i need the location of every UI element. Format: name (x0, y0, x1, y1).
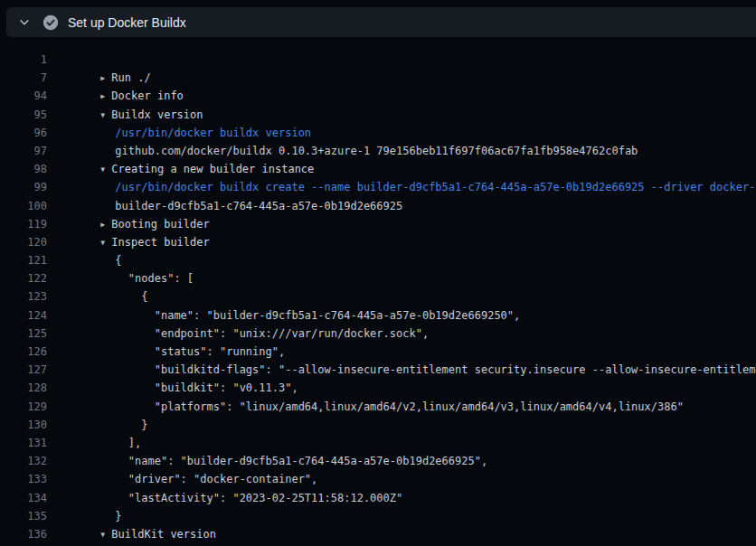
line-content: "nodes": [ (61, 251, 194, 269)
line-number[interactable]: 99 (0, 178, 47, 196)
line-number[interactable]: 134 (0, 489, 47, 507)
log-line: 136 builder-d9cfb5a1-c764-445a-a57e-0b19… (0, 525, 756, 543)
line-text: "lastActivity": "2023-02-25T11:58:12.000… (115, 492, 402, 504)
line-content: "buildkitd-flags": "--allow-insecure-ent… (61, 343, 756, 361)
line-number[interactable]: 119 (0, 215, 47, 233)
line-content: { (61, 233, 122, 251)
line-content: "driver": "docker-container", (61, 452, 317, 470)
log-line: 122 { (0, 269, 756, 287)
line-number[interactable]: 136 (0, 525, 47, 543)
line-content: "endpoint": "unix:///var/run/docker.sock… (61, 306, 429, 325)
line-content[interactable]: ▼BuildKit version (61, 507, 216, 525)
line-text: "platforms": "linux/amd64,linux/amd64/v2… (115, 400, 684, 413)
log-line: 95 /usr/bin/docker buildx version (0, 106, 756, 124)
line-number[interactable]: 126 (0, 343, 47, 361)
line-number[interactable]: 131 (0, 434, 47, 452)
line-number[interactable]: 1 (0, 51, 47, 69)
log-output: 1 ▶Run ./ 7 ▶Docker info 94 ▼Buildx vers… (0, 51, 756, 543)
line-number[interactable]: 127 (0, 361, 47, 379)
line-content: builder-d9cfb5a1-c764-445a-a57e-0b19d2e6… (61, 178, 402, 196)
line-content: "name": "builder-d9cfb5a1-c764-445a-a57e… (61, 287, 520, 306)
line-content: } (61, 398, 147, 416)
log-line: 135 ▼BuildKit version (0, 507, 756, 525)
line-content: builder-d9cfb5a1-c764-445a-a57e-0b19d2e6… (61, 525, 468, 543)
log-line: 94 ▼Buildx version (0, 87, 756, 105)
line-content: } (61, 489, 122, 507)
log-line: 126 "buildkitd-flags": "--allow-insecure… (0, 343, 756, 361)
line-number[interactable]: 130 (0, 416, 47, 434)
line-number[interactable]: 96 (0, 124, 47, 142)
line-content: /usr/bin/docker buildx create --name bui… (61, 160, 756, 178)
line-content: github.com/docker/buildx 0.10.3+azure-1 … (61, 124, 638, 142)
line-content: "platforms": "linux/amd64,linux/amd64/v2… (61, 379, 684, 397)
line-content: "lastActivity": "2023-02-25T11:58:12.000… (61, 470, 402, 488)
log-line: 121 "nodes": [ (0, 251, 756, 269)
log-line: 119 ▼Inspect builder (0, 215, 756, 233)
log-line: 96 github.com/docker/buildx 0.10.3+azure… (0, 124, 756, 142)
line-number[interactable]: 125 (0, 325, 47, 343)
line-number[interactable]: 124 (0, 306, 47, 325)
log-line: 128 "platforms": "linux/amd64,linux/amd6… (0, 379, 756, 397)
line-content[interactable]: ▼Creating a new builder instance (61, 142, 314, 160)
line-content: /usr/bin/docker buildx version (61, 106, 311, 124)
log-line: 98 /usr/bin/docker buildx create --name … (0, 160, 756, 178)
line-number[interactable]: 132 (0, 452, 47, 470)
line-number[interactable]: 7 (0, 69, 47, 87)
line-text: Inspect builder (111, 236, 209, 249)
line-number[interactable]: 128 (0, 379, 47, 397)
check-circle-icon (43, 14, 59, 31)
line-content[interactable]: ▼Inspect builder (61, 215, 210, 233)
line-content: ], (61, 416, 141, 434)
line-content: "name": "builder-d9cfb5a1-c764-445a-a57e… (61, 434, 487, 452)
line-number[interactable]: 98 (0, 160, 47, 178)
log-line: 120 { (0, 233, 756, 251)
chevron-down-icon[interactable] (17, 15, 32, 30)
log-line: 1 ▶Run ./ (0, 51, 756, 69)
line-content[interactable]: ▶Docker info (61, 69, 184, 87)
line-number[interactable]: 123 (0, 287, 47, 306)
line-content[interactable]: ▶Run ./ (61, 51, 151, 69)
line-content: "buildkit": "v0.11.3", (61, 361, 298, 379)
line-content: { (61, 269, 147, 287)
line-content[interactable]: ▼Buildx version (61, 87, 203, 105)
line-number[interactable]: 97 (0, 142, 47, 160)
step-title: Set up Docker Buildx (68, 15, 186, 30)
log-line: 7 ▶Docker info (0, 69, 756, 87)
line-number[interactable]: 120 (0, 233, 47, 251)
line-number[interactable]: 122 (0, 269, 47, 287)
log-line: 124 "endpoint": "unix:///var/run/docker.… (0, 306, 756, 325)
log-line: 131 "name": "builder-d9cfb5a1-c764-445a-… (0, 434, 756, 452)
line-number[interactable]: 94 (0, 87, 47, 105)
line-number[interactable]: 95 (0, 106, 47, 124)
line-number[interactable]: 100 (0, 197, 47, 215)
log-line: 133 "lastActivity": "2023-02-25T11:58:12… (0, 470, 756, 488)
log-line: 130 ], (0, 416, 756, 434)
line-number[interactable]: 121 (0, 251, 47, 269)
line-number[interactable]: 129 (0, 398, 47, 416)
log-line: 123 "name": "builder-d9cfb5a1-c764-445a-… (0, 287, 756, 306)
line-number[interactable]: 133 (0, 470, 47, 488)
line-content: "status": "running", (61, 325, 285, 343)
line-number[interactable]: 135 (0, 507, 47, 525)
step-header[interactable]: Set up Docker Buildx (6, 7, 756, 37)
line-content[interactable]: ▶Booting builder (61, 197, 210, 215)
